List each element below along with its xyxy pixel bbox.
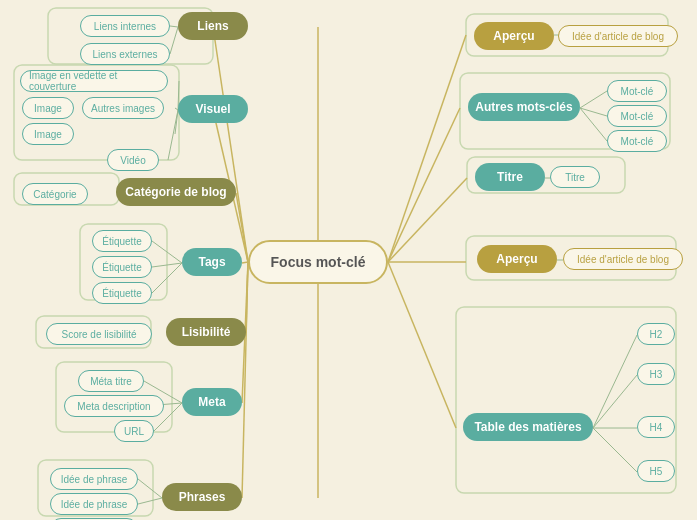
svg-line-46 bbox=[593, 335, 637, 428]
url-tag: URL bbox=[114, 420, 154, 442]
etiquette1-tag: Étiquette bbox=[92, 230, 152, 252]
phrases-node[interactable]: Phrases bbox=[162, 483, 242, 511]
svg-line-49 bbox=[593, 428, 637, 472]
svg-line-42 bbox=[580, 108, 607, 116]
image-vedette-tag: Image en vedette et couverture bbox=[20, 70, 168, 92]
apercu2-node[interactable]: Aperçu bbox=[477, 245, 557, 273]
etiquette3-tag: Étiquette bbox=[92, 282, 152, 304]
autres-images-tag: Autres images bbox=[82, 97, 164, 119]
svg-line-38 bbox=[138, 479, 162, 498]
svg-line-22 bbox=[388, 108, 460, 262]
idee-blog1-tag: Idée d'article de blog bbox=[558, 25, 678, 47]
meta-desc-tag: Meta description bbox=[64, 395, 164, 417]
apercu1-node[interactable]: Aperçu bbox=[474, 22, 554, 50]
center-node: Focus mot-clé bbox=[248, 240, 388, 284]
titre-tag: Titre bbox=[550, 166, 600, 188]
svg-line-23 bbox=[388, 178, 467, 262]
categorie-tag: Catégorie bbox=[22, 183, 88, 205]
svg-line-31 bbox=[168, 110, 178, 160]
liens-externes-tag: Liens externes bbox=[80, 43, 170, 65]
center-node-label: Focus mot-clé bbox=[271, 254, 366, 270]
svg-line-26 bbox=[170, 26, 178, 27]
svg-line-39 bbox=[138, 498, 162, 504]
titre-node[interactable]: Titre bbox=[475, 163, 545, 191]
h5-tag: H5 bbox=[637, 460, 675, 482]
h3-tag: H3 bbox=[637, 363, 675, 385]
meta-titre-tag: Méta titre bbox=[78, 370, 144, 392]
svg-line-14 bbox=[213, 27, 248, 262]
svg-line-41 bbox=[580, 91, 607, 108]
svg-line-27 bbox=[170, 27, 178, 54]
autres-mots-node[interactable]: Autres mots-clés bbox=[468, 93, 580, 121]
svg-line-25 bbox=[388, 262, 456, 428]
mot-cle3-tag: Mot-clé bbox=[607, 130, 667, 152]
svg-line-21 bbox=[388, 35, 466, 262]
svg-line-47 bbox=[593, 375, 637, 428]
table-node[interactable]: Table des matières bbox=[463, 413, 593, 441]
tags-node[interactable]: Tags bbox=[182, 248, 242, 276]
image1-tag: Image bbox=[22, 97, 74, 119]
mindmap-canvas: Focus mot-clé Liens Visuel Catégorie de … bbox=[0, 0, 697, 520]
score-lisibilite-tag: Score de lisibilité bbox=[46, 323, 152, 345]
categorie-node[interactable]: Catégorie de blog bbox=[116, 178, 236, 206]
etiquette2-tag: Étiquette bbox=[92, 256, 152, 278]
svg-line-43 bbox=[580, 108, 607, 141]
h2-tag: H2 bbox=[637, 323, 675, 345]
phrase1-tag: Idée de phrase bbox=[50, 468, 138, 490]
liens-node[interactable]: Liens bbox=[178, 12, 248, 40]
image2-tag: Image bbox=[22, 123, 74, 145]
meta-node[interactable]: Meta bbox=[182, 388, 242, 416]
mot-cle2-tag: Mot-clé bbox=[607, 105, 667, 127]
h4-tag: H4 bbox=[637, 416, 675, 438]
phrase2-tag: Idée de phrase bbox=[50, 493, 138, 515]
visuel-node[interactable]: Visuel bbox=[178, 95, 248, 123]
liens-internes-tag: Liens internes bbox=[80, 15, 170, 37]
mot-cle1-tag: Mot-clé bbox=[607, 80, 667, 102]
video-tag: Vidéo bbox=[107, 149, 159, 171]
lisibilite-node[interactable]: Lisibilité bbox=[166, 318, 246, 346]
idee-blog2-tag: Idée d'article de blog bbox=[563, 248, 683, 270]
